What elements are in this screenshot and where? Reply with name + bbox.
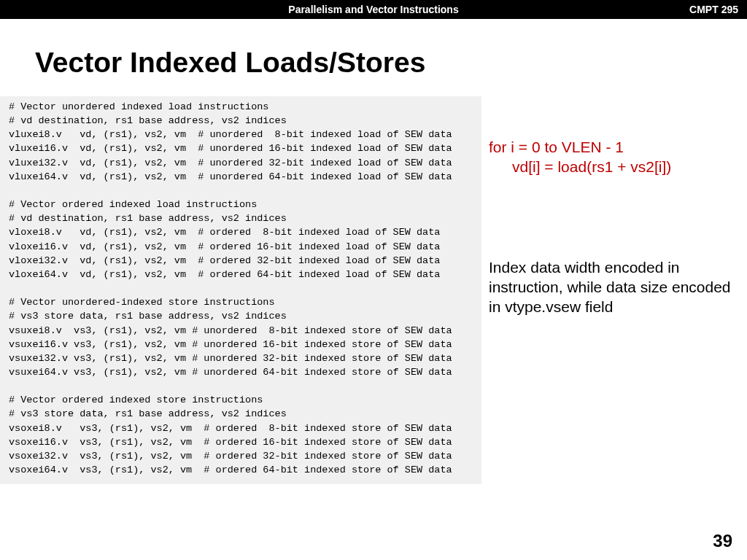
explanatory-note: Index data width encoded in instruction,… bbox=[489, 257, 737, 317]
header-course-code: CMPT 295 bbox=[689, 4, 738, 15]
header-center-label: Parallelism and Vector Instructions bbox=[288, 4, 458, 15]
code-block: # Vector unordered indexed load instruct… bbox=[0, 96, 481, 484]
pseudocode-line2: vd[i] = load(rs1 + vs2[i]) bbox=[489, 157, 737, 176]
slide-title: Vector Indexed Loads/Stores bbox=[35, 47, 747, 79]
pseudocode-line1: for i = 0 to VLEN - 1 bbox=[489, 139, 624, 155]
content-area: # Vector unordered indexed load instruct… bbox=[0, 96, 747, 484]
right-panel: for i = 0 to VLEN - 1 vd[i] = load(rs1 +… bbox=[489, 137, 737, 316]
header-bar: Parallelism and Vector Instructions CMPT… bbox=[0, 0, 747, 19]
page-number: 39 bbox=[713, 531, 732, 551]
pseudocode: for i = 0 to VLEN - 1 vd[i] = load(rs1 +… bbox=[489, 137, 737, 177]
